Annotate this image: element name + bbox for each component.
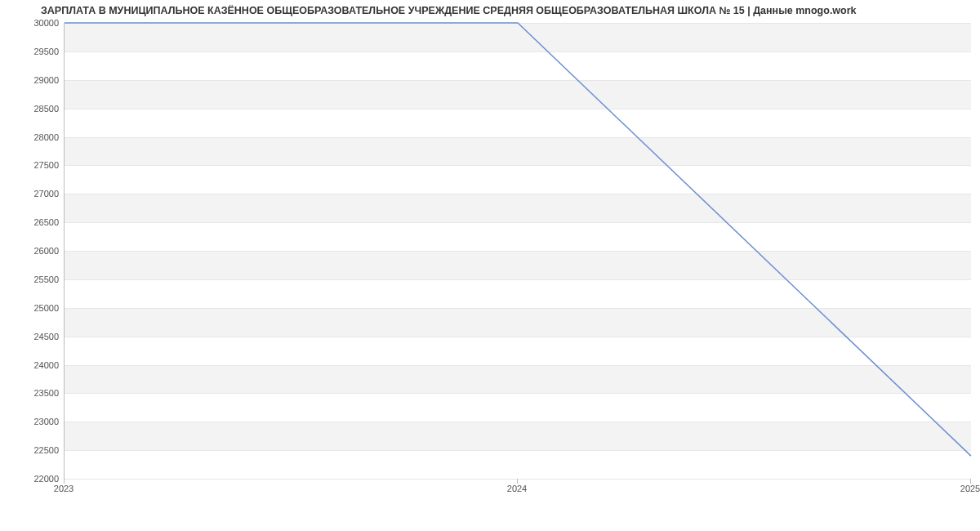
- y-axis-tick: 26000: [26, 246, 59, 256]
- y-axis-tick: 28500: [26, 104, 59, 114]
- chart-container: ЗАРПЛАТА В МУНИЦИПАЛЬНОЕ КАЗЁННОЕ ОБЩЕОБ…: [0, 0, 980, 531]
- x-axis-tick: 2025: [960, 484, 980, 493]
- y-axis-tick: 22500: [26, 445, 59, 455]
- y-axis-tick: 23500: [26, 388, 59, 398]
- y-axis-tick: 28000: [26, 132, 59, 142]
- chart-title: ЗАРПЛАТА В МУНИЦИПАЛЬНОЕ КАЗЁННОЕ ОБЩЕОБ…: [41, 5, 857, 16]
- y-axis-tick: 27000: [26, 189, 59, 199]
- y-axis-tick: 29000: [26, 75, 59, 85]
- y-axis-tick: 24500: [26, 332, 59, 341]
- x-axis-tick: 2023: [54, 484, 74, 493]
- line-chart-svg: [65, 23, 971, 479]
- y-axis-tick: 26500: [26, 217, 59, 227]
- y-axis-tick: 29500: [26, 47, 59, 56]
- y-axis-tick: 23000: [26, 417, 59, 426]
- y-axis-tick: 25000: [26, 303, 59, 313]
- y-axis-tick: 25500: [26, 274, 59, 284]
- y-axis-tick: 30000: [26, 18, 59, 28]
- plot-area: [64, 23, 971, 480]
- y-axis-tick: 24000: [26, 360, 59, 370]
- grid-line: [65, 479, 971, 480]
- y-axis-tick: 22000: [26, 474, 59, 484]
- x-axis-tick: 2024: [507, 484, 527, 493]
- y-axis-tick: 27500: [26, 160, 59, 170]
- data-series-line: [65, 23, 971, 456]
